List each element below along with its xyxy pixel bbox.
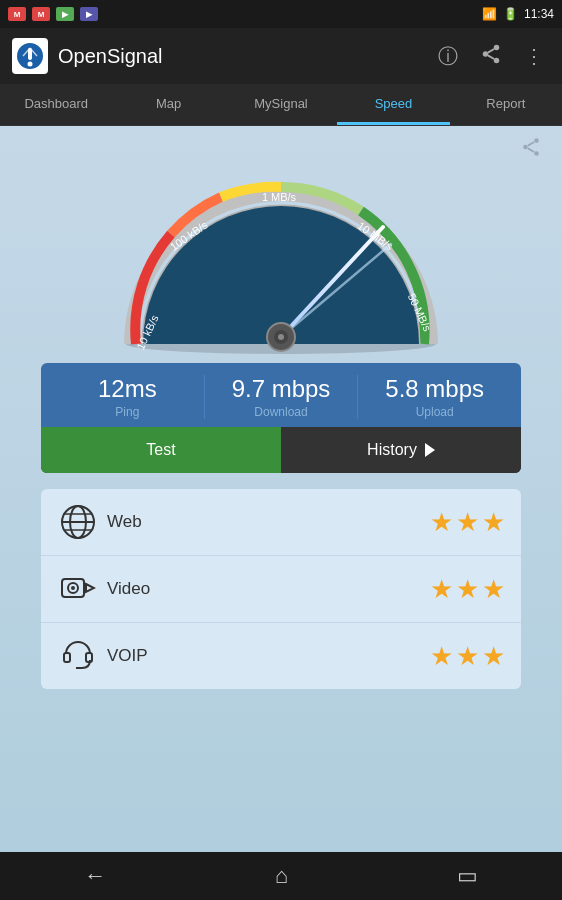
ping-label: Ping <box>115 405 139 419</box>
svg-point-7 <box>494 57 500 62</box>
tab-speed[interactable]: Speed <box>337 84 449 125</box>
speedometer: 10 kB/s 100 kB/s 1 MB/s 10 MB/s 50 MB/s <box>111 159 451 359</box>
quality-row-video: Video ★ ★ ★ <box>41 556 521 623</box>
svg-line-8 <box>488 55 494 59</box>
wifi-icon: 📶 <box>482 7 497 21</box>
quality-row-web: Web ★ ★ ★ <box>41 489 521 556</box>
tab-map[interactable]: Map <box>112 84 224 125</box>
photo-icon: ▶ <box>56 7 74 21</box>
video-stars: ★ ★ ★ <box>430 574 505 605</box>
ping-value: 12ms <box>98 375 157 403</box>
svg-text:1 MB/s: 1 MB/s <box>262 191 297 203</box>
action-row: Test History <box>41 427 521 473</box>
star-2: ★ <box>456 507 479 538</box>
status-icons-left: M M ▶ ▶ <box>8 7 98 21</box>
history-button[interactable]: History <box>281 427 521 473</box>
voip-icon <box>57 635 99 677</box>
web-label: Web <box>107 512 430 532</box>
star-1: ★ <box>430 574 453 605</box>
tab-dashboard[interactable]: Dashboard <box>0 84 112 125</box>
svg-point-6 <box>483 51 489 57</box>
star-3: ★ <box>482 574 505 605</box>
star-3: ★ <box>482 507 505 538</box>
svg-point-10 <box>534 138 539 143</box>
upload-value: 5.8 mbps <box>385 375 484 403</box>
speedometer-svg: 10 kB/s 100 kB/s 1 MB/s 10 MB/s 50 MB/s <box>111 159 451 359</box>
test-button[interactable]: Test <box>41 427 281 473</box>
clock: 11:34 <box>524 7 554 21</box>
web-stars: ★ ★ ★ <box>430 507 505 538</box>
svg-line-13 <box>528 148 534 152</box>
svg-point-11 <box>523 145 528 150</box>
quality-section: Web ★ ★ ★ Video <box>41 489 521 689</box>
svg-point-12 <box>534 151 539 156</box>
gmail-icon: M <box>8 7 26 21</box>
info-icon[interactable]: ⓘ <box>432 37 464 76</box>
home-button[interactable]: ⌂ <box>275 863 288 889</box>
upload-label: Upload <box>416 405 454 419</box>
svg-marker-34 <box>86 584 94 592</box>
voip-stars: ★ ★ ★ <box>430 641 505 672</box>
back-button[interactable]: ← <box>84 863 106 889</box>
bottom-nav: ← ⌂ ▭ <box>0 852 562 900</box>
arrow-right-icon <box>425 443 435 457</box>
stats-row: 12ms Ping 9.7 mbps Download 5.8 mbps Upl… <box>41 363 521 427</box>
video-icon <box>57 568 99 610</box>
star-1: ★ <box>430 641 453 672</box>
svg-point-2 <box>28 62 33 67</box>
quality-row-voip: VOIP ★ ★ ★ <box>41 623 521 689</box>
star-1: ★ <box>430 507 453 538</box>
app-title: OpenSignal <box>58 45 422 68</box>
svg-rect-35 <box>64 653 70 662</box>
share-icon-main[interactable] <box>520 136 542 163</box>
star-2: ★ <box>456 574 479 605</box>
download-label: Download <box>254 405 307 419</box>
tab-mysignal[interactable]: MySignal <box>225 84 337 125</box>
top-bar: OpenSignal ⓘ ⋮ <box>0 28 562 84</box>
share-icon[interactable] <box>474 37 508 76</box>
more-icon[interactable]: ⋮ <box>518 38 550 74</box>
svg-line-9 <box>488 48 494 52</box>
svg-point-33 <box>71 586 75 590</box>
star-2: ★ <box>456 641 479 672</box>
svg-point-25 <box>278 334 284 340</box>
web-icon <box>57 501 99 543</box>
gmail2-icon: M <box>32 7 50 21</box>
battery-icon: 🔋 <box>503 7 518 21</box>
status-icons-right: 📶 🔋 11:34 <box>482 7 554 21</box>
app-logo <box>12 38 48 74</box>
star-3: ★ <box>482 641 505 672</box>
history-label: History <box>367 441 417 459</box>
download-value: 9.7 mbps <box>232 375 331 403</box>
stat-ping: 12ms Ping <box>51 375 205 419</box>
main-content: 10 kB/s 100 kB/s 1 MB/s 10 MB/s 50 MB/s <box>0 126 562 852</box>
svg-point-5 <box>494 44 500 50</box>
video-icon: ▶ <box>80 7 98 21</box>
nav-tabs: Dashboard Map MySignal Speed Report <box>0 84 562 126</box>
recent-button[interactable]: ▭ <box>457 863 478 889</box>
svg-line-14 <box>528 142 534 146</box>
tab-report[interactable]: Report <box>450 84 562 125</box>
status-bar: M M ▶ ▶ 📶 🔋 11:34 <box>0 0 562 28</box>
stat-upload: 5.8 mbps Upload <box>358 375 511 419</box>
video-label: Video <box>107 579 430 599</box>
voip-label: VOIP <box>107 646 430 666</box>
stat-download: 9.7 mbps Download <box>205 375 359 419</box>
